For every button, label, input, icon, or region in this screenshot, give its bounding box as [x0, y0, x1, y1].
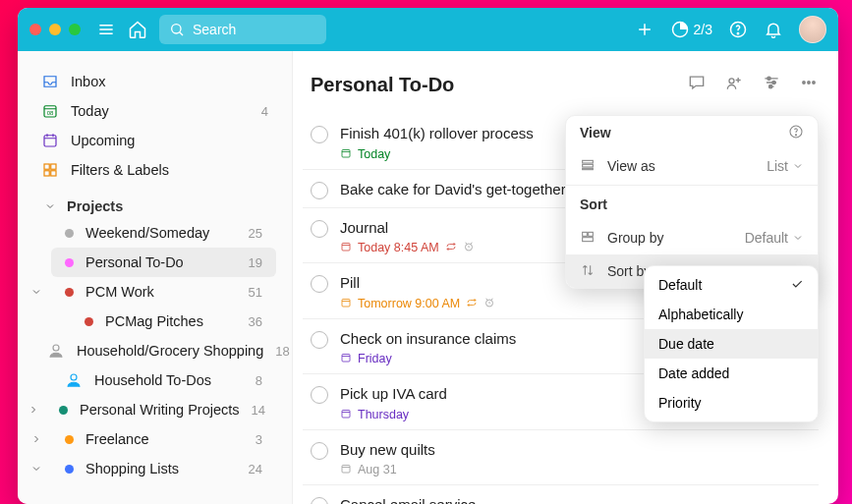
help-icon[interactable]: [788, 124, 804, 142]
popover-view-heading: View: [566, 116, 818, 149]
repeat-icon: [445, 241, 457, 254]
menu-icon[interactable]: [96, 20, 116, 39]
sidebar-nav-calendar-upcoming[interactable]: Upcoming: [28, 126, 282, 155]
share-icon[interactable]: [724, 73, 744, 96]
sidebar-project-item[interactable]: Weekend/Someday 25: [51, 218, 276, 248]
sidebar-nav-calendar-today[interactable]: 08 Today 4: [28, 96, 282, 126]
notifications-icon[interactable]: [764, 20, 783, 39]
task-checkbox[interactable]: [311, 497, 328, 504]
sort-menu-item[interactable]: Priority: [645, 388, 818, 418]
sidebar-project-item[interactable]: Shopping Lists 24: [51, 454, 276, 483]
body: Inbox 08 Today 4 Upcoming Filters & Labe…: [18, 51, 838, 504]
project-label: Shopping Lists: [85, 461, 237, 476]
person-icon: [65, 371, 83, 389]
calendar-icon: [340, 297, 352, 310]
svg-point-13: [729, 79, 734, 84]
sidebar-project-item[interactable]: Personal Writing Projects 14: [45, 395, 279, 424]
view-popover: View View as List Sort Group by Default: [565, 115, 819, 289]
sidebar-nav-label: Inbox: [71, 74, 256, 89]
project-dot-icon: [65, 288, 74, 297]
chevron-down-icon: [41, 200, 59, 212]
sidebar-project-item[interactable]: PCM Work 51: [51, 277, 276, 307]
chevron-down-icon[interactable]: [28, 463, 45, 475]
task-date: Today: [358, 147, 390, 161]
view-as-row[interactable]: View as List: [566, 149, 818, 183]
sidebar-project-item[interactable]: Freelance 3: [51, 424, 276, 454]
svg-rect-33: [583, 168, 594, 169]
svg-rect-7: [44, 164, 49, 169]
chevron-right-icon[interactable]: [28, 433, 45, 445]
sort-menu-item[interactable]: Due date: [645, 329, 818, 359]
svg-point-12: [71, 374, 77, 380]
task-checkbox[interactable]: [311, 126, 328, 143]
window-traffic-lights[interactable]: [29, 24, 81, 35]
sort-menu-label: Default: [658, 277, 702, 293]
search-placeholder: Search: [193, 22, 236, 37]
alarm-icon: [463, 241, 475, 254]
sort-icon[interactable]: [762, 73, 781, 96]
task-title: Cancel email service: [340, 495, 811, 504]
sort-menu: DefaultAlphabeticallyDue dateDate addedP…: [644, 265, 819, 422]
svg-point-0: [172, 25, 181, 33]
project-dot-icon: [65, 435, 74, 444]
sort-menu-item[interactable]: Default: [645, 270, 818, 300]
search-input[interactable]: Search: [159, 15, 326, 44]
svg-point-3: [737, 33, 738, 34]
chevron-down-icon[interactable]: [28, 286, 45, 298]
task-checkbox[interactable]: [311, 182, 328, 199]
sidebar-nav-inbox[interactable]: Inbox: [28, 67, 282, 96]
calendar-today-icon: 08: [41, 102, 59, 120]
project-dot-icon: [59, 406, 68, 415]
sort-menu-item[interactable]: Alphabetically: [645, 300, 818, 329]
project-count: 25: [249, 226, 262, 241]
task-row[interactable]: Cancel email serviceAug 1: [303, 485, 819, 504]
comment-icon[interactable]: [687, 73, 707, 96]
avatar[interactable]: [799, 16, 826, 43]
svg-point-30: [795, 134, 796, 135]
task-checkbox[interactable]: [311, 331, 328, 349]
svg-point-18: [808, 82, 811, 84]
svg-rect-34: [583, 232, 588, 236]
sidebar-project-item[interactable]: Personal To-Do 19: [51, 248, 276, 277]
svg-text:08: 08: [47, 110, 54, 116]
project-label: Household To-Dos: [94, 372, 244, 388]
add-icon[interactable]: [635, 20, 654, 39]
sort-menu-item[interactable]: Date added: [645, 359, 818, 388]
sidebar-project-item[interactable]: Household/Grocery Shopping 18: [33, 336, 293, 365]
main-header: Personal To-Do: [303, 73, 819, 96]
sort-arrows-icon: [580, 262, 596, 281]
person-icon: [47, 342, 65, 360]
svg-rect-36: [583, 237, 594, 241]
svg-point-15: [772, 81, 775, 84]
home-icon[interactable]: [128, 20, 147, 39]
sidebar-project-item[interactable]: PCMag Pitches 36: [51, 307, 276, 336]
topbar: Search 2/3: [18, 8, 838, 51]
svg-rect-9: [44, 171, 49, 176]
svg-rect-32: [583, 164, 594, 167]
chevron-right-icon[interactable]: [28, 404, 39, 416]
task-checkbox[interactable]: [311, 275, 328, 293]
sidebar-nav-label: Today: [71, 103, 250, 119]
counter-text: 2/3: [694, 22, 712, 37]
help-icon[interactable]: [728, 20, 748, 39]
svg-rect-35: [589, 232, 594, 236]
task-checkbox[interactable]: [311, 220, 328, 238]
sort-menu-label: Alphabetically: [658, 307, 743, 322]
minimize-window-icon[interactable]: [49, 24, 61, 35]
productivity-icon[interactable]: 2/3: [670, 20, 712, 39]
sidebar-nav-count: 4: [261, 104, 268, 119]
svg-point-19: [813, 82, 816, 84]
svg-rect-31: [583, 160, 594, 163]
svg-rect-21: [342, 244, 350, 252]
more-icon[interactable]: [799, 73, 819, 96]
maximize-window-icon[interactable]: [69, 24, 81, 35]
projects-heading[interactable]: Projects: [28, 185, 282, 218]
task-checkbox[interactable]: [311, 386, 328, 404]
sidebar-nav-grid[interactable]: Filters & Labels: [28, 155, 282, 185]
task-row[interactable]: Buy new quiltsAug 31: [303, 430, 819, 486]
sidebar-project-item[interactable]: Household To-Dos 8: [51, 365, 276, 395]
task-checkbox[interactable]: [311, 442, 328, 460]
group-by-row[interactable]: Group by Default: [566, 221, 818, 254]
close-window-icon[interactable]: [29, 24, 41, 35]
svg-rect-26: [342, 410, 350, 418]
